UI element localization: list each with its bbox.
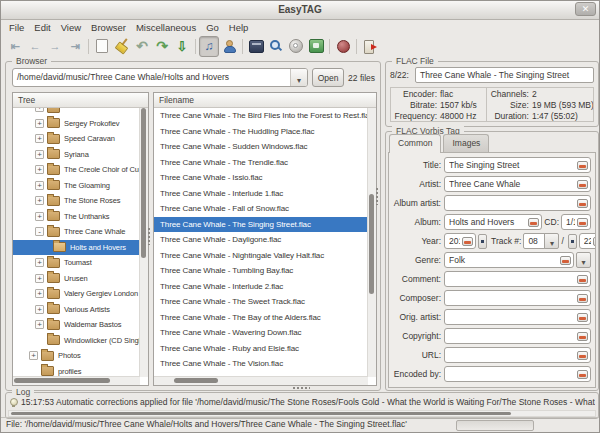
pane-splitter[interactable]: [292, 386, 310, 390]
track-field[interactable]: 08: [523, 233, 545, 249]
expander-icon[interactable]: +: [35, 274, 44, 283]
tree-item[interactable]: +Toumast: [13, 255, 140, 271]
menu-help[interactable]: Help: [229, 22, 249, 33]
comment-field[interactable]: [444, 271, 591, 287]
expander-icon[interactable]: +: [29, 351, 38, 360]
title-field[interactable]: The Singing Street: [444, 157, 591, 173]
cd-search-icon[interactable]: [286, 36, 306, 57]
save-files-icon[interactable]: ⇩: [172, 36, 192, 57]
apply-to-selection-icon[interactable]: [577, 199, 588, 208]
file-row[interactable]: Three Cane Whale - The Trendle.flac: [154, 155, 368, 171]
file-row[interactable]: Three Cane Whale - The Singing Street.fl…: [154, 217, 368, 233]
tree-item[interactable]: +The Gloaming: [13, 178, 140, 194]
reload-directory-icon[interactable]: [306, 36, 326, 57]
go-previous-file-icon[interactable]: ←: [25, 36, 45, 57]
expander-icon[interactable]: +: [35, 258, 44, 267]
tree-item[interactable]: +Photos: [13, 348, 140, 364]
apply-to-selection-icon[interactable]: [577, 275, 588, 284]
file-row[interactable]: Three Cane Whale - The Huddling Place.fl…: [154, 124, 368, 140]
file-row[interactable]: Three Cane Whale - Interlude 2.flac: [154, 279, 368, 295]
track-total-field[interactable]: 22: [579, 233, 596, 249]
file-row[interactable]: Three Cane Whale - Ruby and Elsie.flac: [154, 341, 368, 357]
scrollbar-thumb[interactable]: [11, 412, 511, 415]
expander-icon[interactable]: +: [35, 134, 44, 143]
expander-icon[interactable]: +: [35, 181, 44, 190]
orig-artist-field[interactable]: [444, 309, 591, 325]
filename-field[interactable]: Three Cane Whale - The Singing Street: [415, 67, 594, 83]
scrollbar-thumb[interactable]: [14, 378, 110, 383]
apply-to-selection-icon[interactable]: [528, 218, 539, 227]
expander-icon[interactable]: +: [35, 119, 44, 128]
file-vertical-scrollbar[interactable]: [367, 108, 376, 377]
tab-images[interactable]: Images: [443, 134, 489, 152]
tree-item[interactable]: +: [13, 108, 140, 116]
track-dropdown-icon[interactable]: [544, 233, 559, 249]
menu-browser[interactable]: Browser: [91, 22, 126, 33]
encoded-by-field[interactable]: [444, 366, 591, 382]
expander-icon[interactable]: +: [35, 196, 44, 205]
expander-icon[interactable]: +: [35, 165, 44, 174]
genre-field[interactable]: Folk: [444, 252, 574, 268]
artist-field[interactable]: Three Cane Whale: [444, 176, 591, 192]
apply-to-selection-icon[interactable]: [577, 218, 588, 227]
file-row[interactable]: Three Cane Whale - Fall of Snow.flac: [154, 201, 368, 217]
tiny-toggle-button[interactable]: [478, 234, 487, 249]
scrollbar-thumb[interactable]: [141, 108, 146, 258]
year-field[interactable]: 2012: [444, 233, 476, 249]
tree-item[interactable]: +Sergey Prokofiev: [13, 116, 140, 132]
menu-view[interactable]: View: [61, 22, 81, 33]
redo-icon[interactable]: ↷: [152, 36, 172, 57]
tree-item[interactable]: +Syriana: [13, 147, 140, 163]
invert-selection-icon[interactable]: [246, 36, 266, 57]
tree-item[interactable]: -Three Cane Whale: [13, 224, 140, 240]
expander-icon[interactable]: +: [35, 108, 44, 112]
tree-item[interactable]: Windowlicker (CD Single): [13, 333, 140, 349]
url-field[interactable]: [444, 347, 591, 363]
expander-icon[interactable]: +: [35, 320, 44, 329]
file-row[interactable]: Three Cane Whale - The Sweet Track.flac: [154, 294, 368, 310]
tree-item[interactable]: +Waldemar Bastos: [13, 317, 140, 333]
go-last-file-icon[interactable]: ⇥: [65, 36, 85, 57]
apply-to-selection-icon[interactable]: [577, 351, 588, 360]
apply-to-selection-icon[interactable]: [577, 370, 588, 379]
apply-to-selection-icon[interactable]: [577, 294, 588, 303]
apply-to-selection-icon[interactable]: [560, 256, 571, 265]
tab-common[interactable]: Common: [389, 134, 441, 153]
tree-item[interactable]: +The Unthanks: [13, 209, 140, 225]
file-row[interactable]: Three Cane Whale - Issio.flac: [154, 170, 368, 186]
tree-horizontal-scrollbar[interactable]: [13, 376, 140, 385]
menu-miscellaneous[interactable]: Miscellaneous: [136, 22, 196, 33]
expander-icon[interactable]: +: [35, 150, 44, 159]
expander-icon[interactable]: +: [35, 212, 44, 221]
file-row[interactable]: Three Cane Whale - The Vision.flac: [154, 356, 368, 372]
path-input[interactable]: /home/david/music/Three Cane Whale/Holts…: [13, 69, 290, 86]
go-next-file-icon[interactable]: →: [45, 36, 65, 57]
tiny-toggle-button[interactable]: [568, 234, 577, 249]
tree-item[interactable]: +The Creole Choir of Cuba: [13, 162, 140, 178]
filename-column-header[interactable]: Filename: [154, 93, 376, 108]
composer-field[interactable]: [444, 290, 591, 306]
genre-dropdown-icon[interactable]: [576, 252, 591, 268]
tree-item[interactable]: +Valery Gergiev London Symp: [13, 286, 140, 302]
file-row[interactable]: Three Cane Whale - Interlude 1.flac: [154, 186, 368, 202]
file-row[interactable]: Three Cane Whale - The Bay of the Alders…: [154, 310, 368, 326]
menu-file[interactable]: File: [9, 22, 24, 33]
chevron-down-icon[interactable]: [290, 69, 307, 86]
file-row[interactable]: Three Cane Whale - Tumbling Bay.flac: [154, 263, 368, 279]
pane-splitter[interactable]: [147, 227, 151, 245]
apply-to-selection-icon[interactable]: [593, 237, 596, 246]
close-icon[interactable]: ✕: [575, 2, 596, 16]
tree-item[interactable]: +Speed Caravan: [13, 131, 140, 147]
expander-icon[interactable]: -: [35, 227, 44, 236]
menu-edit[interactable]: Edit: [34, 22, 50, 33]
remove-tags-icon[interactable]: [112, 36, 132, 57]
apply-to-selection-icon[interactable]: [577, 332, 588, 341]
file-horizontal-scrollbar[interactable]: [154, 376, 368, 385]
tree-item[interactable]: Holts and Hovers: [13, 240, 140, 256]
pane-splitter[interactable]: [375, 187, 379, 205]
album-artist-field[interactable]: [444, 195, 591, 211]
file-row[interactable]: Three Cane Whale - Nightingale Valley Ha…: [154, 248, 368, 264]
scrollbar-thumb[interactable]: [174, 378, 218, 383]
file-row[interactable]: Three Cane Whale - Sudden Windows.flac: [154, 139, 368, 155]
scanner-toggle-icon[interactable]: ♫: [199, 36, 219, 57]
